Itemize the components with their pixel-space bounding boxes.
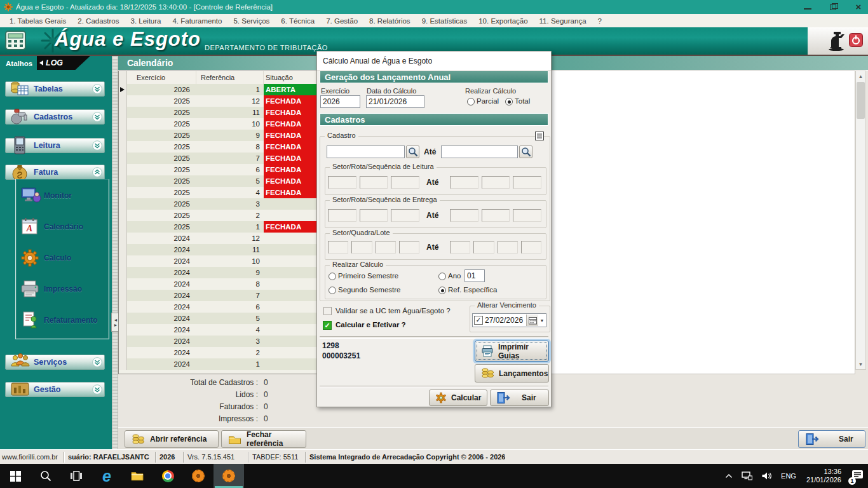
range-box-input[interactable] — [450, 241, 470, 254]
chevron-down-icon[interactable] — [92, 84, 102, 97]
edge-browser-icon[interactable]: e — [92, 464, 122, 488]
range-box-input[interactable] — [513, 176, 541, 189]
tray-chevron-icon[interactable] — [721, 464, 737, 488]
range-box-input[interactable] — [450, 209, 478, 222]
sidebar-group-servios[interactable]: Serviços — [5, 355, 105, 370]
chevron-down-icon[interactable] — [92, 357, 102, 370]
start-button[interactable] — [0, 464, 31, 488]
calculator-icon[interactable] — [5, 30, 27, 53]
scroll-up-button[interactable]: ▲ — [856, 71, 865, 81]
range-box-input[interactable] — [360, 176, 388, 189]
close-button[interactable]: × — [854, 3, 863, 11]
network-icon[interactable] — [737, 464, 757, 488]
vencimento-date[interactable]: 27/02/2026 — [485, 316, 526, 325]
total-radio[interactable] — [505, 98, 513, 105]
range-box-input[interactable] — [328, 241, 348, 254]
menu-item[interactable]: 1. Tabelas Gerais — [4, 16, 72, 26]
sidebar-splitter[interactable] — [112, 56, 118, 449]
menu-item[interactable]: 8. Relatórios — [363, 16, 416, 26]
menu-item[interactable]: 10. Exportação — [473, 16, 533, 26]
list-options-icon[interactable] — [535, 132, 544, 143]
range-box-input[interactable] — [328, 176, 356, 189]
calcular-efetivar-checkbox[interactable]: ✓ — [323, 321, 332, 330]
open-reference-button[interactable]: Abrir referência — [125, 430, 219, 448]
validar-uc-checkbox[interactable] — [323, 307, 332, 315]
menu-item[interactable]: 9. Estatísticas — [416, 16, 473, 26]
scroll-down-button[interactable]: ▼ — [856, 359, 865, 369]
task-view-icon[interactable] — [61, 464, 92, 488]
sidebar-group-gesto[interactable]: Gestão — [5, 382, 105, 397]
sidebar-item-calendrio[interactable]: ACalendário — [18, 215, 105, 238]
cadastro-from-input[interactable] — [327, 146, 405, 158]
imprimir-guias-button[interactable]: Imprimir Guias — [475, 341, 549, 362]
segundo-semestre-radio[interactable] — [329, 287, 336, 294]
speaker-icon[interactable] — [757, 464, 776, 488]
dialog-sair-button[interactable]: Sair — [490, 390, 549, 406]
menu-item[interactable]: 6. Técnica — [275, 16, 320, 26]
search-cadastro-to-button[interactable] — [519, 146, 532, 158]
exit-button[interactable]: Sair — [798, 430, 865, 448]
close-reference-button[interactable]: Fechar referência — [221, 430, 306, 448]
sidebar-item-impresso[interactable]: Impressão — [18, 278, 105, 301]
column-header[interactable]: Referência — [196, 71, 264, 84]
range-box-input[interactable] — [399, 241, 419, 254]
language-indicator[interactable]: ENG — [776, 464, 801, 488]
parcial-radio[interactable] — [467, 98, 475, 105]
range-box-input[interactable] — [450, 176, 478, 189]
sidebar-item-clculo[interactable]: Cálculo — [18, 247, 105, 269]
menu-item[interactable]: 4. Faturamento — [166, 16, 227, 26]
menu-item[interactable]: ? — [592, 16, 607, 26]
sidebar-group-tabelas[interactable]: Tabelas — [5, 81, 105, 97]
menu-item[interactable]: 7. Gestão — [320, 16, 363, 26]
file-explorer-icon[interactable] — [122, 464, 153, 488]
chevron-down-icon[interactable] — [92, 112, 102, 125]
vencimento-dropdown-arrow[interactable]: ▼ — [538, 315, 546, 326]
range-box-input[interactable] — [351, 241, 372, 254]
range-box-input[interactable] — [498, 241, 518, 254]
sidebar-item-monitor[interactable]: Monitor — [18, 184, 105, 207]
vertical-scrollbar[interactable]: ▲ ▼ — [855, 71, 866, 370]
ref-especifica-radio[interactable] — [438, 287, 446, 294]
menu-item[interactable]: 2. Cadastros — [72, 16, 125, 26]
exercicio-input[interactable]: 2026 — [320, 95, 360, 108]
range-box-input[interactable] — [391, 176, 419, 189]
sidebar-group-fatura[interactable]: Fatura — [5, 165, 105, 180]
range-box-input[interactable] — [482, 176, 510, 189]
range-box-input[interactable] — [482, 209, 510, 222]
data-calculo-input[interactable]: 21/01/2026 — [366, 95, 424, 108]
range-box-input[interactable] — [473, 241, 494, 254]
menu-item[interactable]: 3. Leitura — [125, 16, 167, 26]
chevron-down-icon[interactable] — [92, 140, 102, 153]
menu-item[interactable]: 5. Serviços — [227, 16, 275, 26]
fiorilli-app-icon[interactable] — [183, 464, 214, 488]
column-header[interactable]: Exercício — [127, 71, 196, 84]
column-header[interactable]: Situação — [264, 71, 321, 84]
ano-radio[interactable] — [438, 273, 446, 280]
range-box-input[interactable] — [391, 209, 419, 222]
sidebar-group-cadastros[interactable]: Cadastros — [5, 109, 105, 125]
menu-item[interactable]: 11. Segurança — [534, 16, 592, 26]
ano-input[interactable]: 01 — [465, 269, 485, 282]
cadastro-to-input[interactable] — [441, 146, 518, 158]
notification-center-icon[interactable]: 1 — [847, 464, 868, 488]
minimize-button[interactable] — [803, 3, 812, 11]
clock[interactable]: 13:3621/01/2026 — [801, 468, 847, 484]
chevron-up-icon[interactable] — [92, 167, 102, 180]
taskbar-search-icon[interactable] — [31, 464, 61, 488]
range-box-input[interactable] — [376, 241, 396, 254]
search-cadastro-from-button[interactable] — [406, 146, 419, 158]
range-box-input[interactable] — [513, 209, 541, 222]
range-box-input[interactable] — [360, 209, 388, 222]
calcular-button[interactable]: Calcular — [429, 390, 487, 406]
chevron-down-icon[interactable] — [92, 384, 102, 397]
power-button[interactable] — [849, 33, 863, 50]
scrollbar-thumb[interactable] — [857, 82, 865, 119]
chrome-icon[interactable] — [153, 464, 183, 488]
sidebar-group-leitura[interactable]: Leitura — [5, 138, 105, 153]
log-tab[interactable]: LOG — [37, 56, 90, 70]
fiorilli-app-icon-active[interactable] — [214, 464, 244, 488]
primeiro-semestre-radio[interactable] — [329, 273, 336, 280]
vencimento-checkbox[interactable]: ✓ — [474, 316, 483, 325]
vencimento-field[interactable]: ✓ 27/02/2026 ▼ — [472, 313, 546, 327]
restore-button[interactable] — [829, 3, 837, 11]
